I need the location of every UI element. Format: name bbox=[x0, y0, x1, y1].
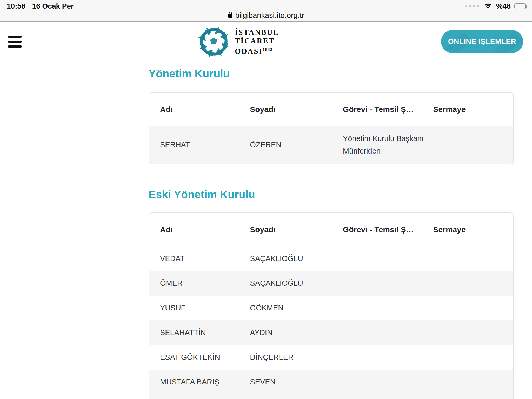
safari-chrome: 10:58 16 Ocak Per %48 bbox=[0, 0, 532, 22]
main-content: Yönetim Kurulu Adı Soyadı Görevi - Temsi… bbox=[149, 68, 514, 399]
section-title-eski-yonetim-kurulu: Eski Yönetim Kurulu bbox=[149, 188, 514, 201]
cell-soyadi: SAÇAKLIOĞLU bbox=[250, 277, 343, 290]
online-islemler-button[interactable]: ONLİNE İŞLEMLER bbox=[441, 30, 523, 53]
eski-yonetim-kurulu-table: Adı Soyadı Görevi - Temsil Ş… Sermaye VE… bbox=[149, 212, 514, 399]
cell-soyadi: GÖKMEN bbox=[250, 302, 343, 314]
lock-icon bbox=[228, 11, 233, 20]
cell-adi: ÖMER bbox=[149, 277, 250, 290]
table-row: SERHAT ÖZEREN Yönetim Kurulu Başkanı Mün… bbox=[149, 126, 513, 164]
cell-adi: SERHAT bbox=[149, 139, 250, 151]
cell-adi: VEDAT bbox=[149, 252, 250, 265]
ito-logo-text: İSTANBUL TİCARET ODASI1882 bbox=[235, 28, 279, 56]
table-row: MUSTAFA BARIŞ SEVEN bbox=[149, 370, 513, 394]
status-date: 16 Ocak Per bbox=[32, 2, 74, 10]
site-header: İSTANBUL TİCARET ODASI1882 ONLİNE İŞLEML… bbox=[0, 22, 532, 61]
table-row: SELAHATTİN AYDIN bbox=[149, 320, 513, 345]
cell-soyadi: DİNÇERLER bbox=[250, 351, 343, 364]
wifi-icon bbox=[484, 2, 493, 10]
cell-soyadi: SEVEN bbox=[250, 376, 343, 388]
cell-adi: SELAHATTİN bbox=[149, 327, 250, 339]
cell-adi: ESAT GÖKTEKİN bbox=[149, 351, 250, 364]
cell-adi: MUSTAFA BARIŞ bbox=[149, 376, 250, 388]
ito-logo[interactable]: İSTANBUL TİCARET ODASI1882 bbox=[198, 26, 279, 57]
battery-icon bbox=[514, 3, 526, 9]
table-row: ESAT GÖKTEKİN DİNÇERLER bbox=[149, 345, 513, 370]
cell-soyadi: AYDIN bbox=[250, 327, 343, 339]
hamburger-icon[interactable] bbox=[8, 34, 22, 49]
column-header-soyadi: Soyadı bbox=[250, 225, 343, 234]
table-row: VEDAT SAÇAKLIOĞLU bbox=[149, 246, 513, 271]
address-bar[interactable]: bilgibankasi.ito.org.tr bbox=[0, 11, 532, 20]
cellular-dots-icon bbox=[465, 5, 479, 7]
table-header-row: Adı Soyadı Görevi - Temsil Ş… Sermaye bbox=[149, 93, 513, 126]
column-header-adi: Adı bbox=[149, 225, 250, 234]
column-header-sermaye: Sermaye bbox=[433, 225, 513, 234]
column-header-adi: Adı bbox=[149, 105, 250, 114]
ito-logo-icon bbox=[198, 26, 229, 57]
section-title-yonetim-kurulu: Yönetim Kurulu bbox=[149, 68, 514, 80]
table-row: ÖMER SAÇAKLIOĞLU bbox=[149, 271, 513, 296]
yonetim-kurulu-table: Adı Soyadı Görevi - Temsil Ş… Sermaye SE… bbox=[149, 92, 514, 164]
cell-soyadi: ÖZEREN bbox=[250, 139, 343, 151]
cell-gorevi: Yönetim Kurulu Başkanı Münferiden bbox=[343, 132, 433, 157]
address-bar-domain: bilgibankasi.ito.org.tr bbox=[235, 11, 304, 20]
status-bar: 10:58 16 Ocak Per %48 bbox=[0, 0, 532, 11]
logo-year: 1882 bbox=[263, 47, 272, 52]
column-header-gorevi: Görevi - Temsil Ş… bbox=[343, 225, 433, 234]
cell-adi: YUSUF bbox=[149, 302, 250, 314]
partial-next-row bbox=[149, 394, 513, 399]
status-time: 10:58 bbox=[7, 2, 25, 10]
table-row: YUSUF GÖKMEN bbox=[149, 296, 513, 320]
battery-percent-label: %48 bbox=[496, 2, 511, 10]
table-header-row: Adı Soyadı Görevi - Temsil Ş… Sermaye bbox=[149, 213, 513, 246]
column-header-sermaye: Sermaye bbox=[433, 105, 513, 114]
cell-soyadi: SAÇAKLIOĞLU bbox=[250, 252, 343, 265]
column-header-gorevi: Görevi - Temsil Ş… bbox=[343, 105, 433, 114]
column-header-soyadi: Soyadı bbox=[250, 105, 343, 114]
